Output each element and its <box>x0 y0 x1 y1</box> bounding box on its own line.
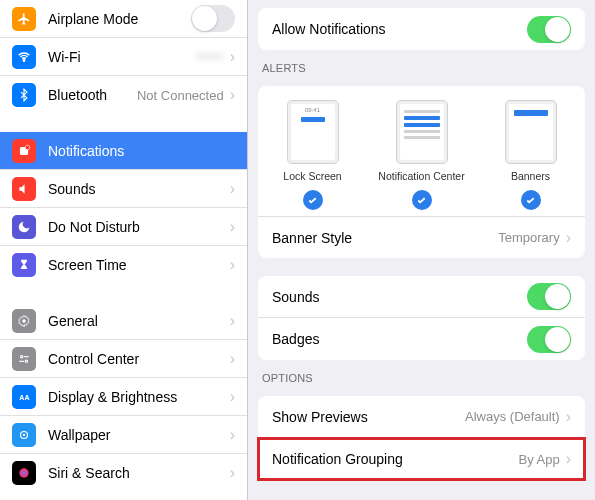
row-label: Allow Notifications <box>272 21 527 37</box>
alerts-header: Alerts <box>248 58 595 78</box>
row-label: Siri & Search <box>48 465 230 481</box>
alert-option-lockscreen[interactable]: 09:41 Lock Screen <box>259 100 367 210</box>
chevron-icon: › <box>230 312 235 330</box>
detail-pane: Allow Notifications Alerts 09:41 Lock Sc… <box>248 0 595 500</box>
row-label: Banner Style <box>272 230 498 246</box>
wallpaper-icon <box>12 423 36 447</box>
row-label: Do Not Disturb <box>48 219 230 235</box>
device-preview-icon <box>396 100 448 164</box>
sounds-switch[interactable] <box>527 283 571 310</box>
svg-point-0 <box>23 59 25 61</box>
alert-caption: Banners <box>511 170 550 182</box>
sounds-badges-section: Sounds Badges <box>258 276 585 360</box>
chevron-icon: › <box>230 388 235 406</box>
show-previews-row[interactable]: Show Previews Always (Default) › <box>258 396 585 438</box>
alerts-section: 09:41 Lock Screen Notification Center Ba… <box>258 86 585 258</box>
wifi-network-value: •••••• <box>196 49 223 64</box>
chevron-icon: › <box>230 48 235 66</box>
airplane-icon <box>12 7 36 31</box>
settings-sidebar: Airplane Mode Wi-Fi •••••• › Bluetooth N… <box>0 0 248 500</box>
sidebar-item-notifications[interactable]: Notifications <box>0 132 247 170</box>
checkmark-icon <box>412 190 432 210</box>
siri-icon <box>12 461 36 485</box>
sidebar-item-display[interactable]: AA Display & Brightness › <box>0 378 247 416</box>
sidebar-group-connectivity: Airplane Mode Wi-Fi •••••• › Bluetooth N… <box>0 0 247 114</box>
alert-option-notification-center[interactable]: Notification Center <box>368 100 476 210</box>
alert-caption: Lock Screen <box>283 170 341 182</box>
moon-icon <box>12 215 36 239</box>
sidebar-item-sounds[interactable]: Sounds › <box>0 170 247 208</box>
sidebar-item-siri[interactable]: Siri & Search › <box>0 454 247 492</box>
banner-style-row[interactable]: Banner Style Temporary › <box>258 216 585 258</box>
svg-point-2 <box>25 145 30 150</box>
previews-value: Always (Default) <box>465 409 560 424</box>
svg-text:AA: AA <box>19 393 29 400</box>
switches-icon <box>12 347 36 371</box>
row-label: Show Previews <box>272 409 465 425</box>
sidebar-item-dnd[interactable]: Do Not Disturb › <box>0 208 247 246</box>
row-label: General <box>48 313 230 329</box>
allow-section: Allow Notifications <box>258 8 585 50</box>
banner-style-value: Temporary <box>498 230 559 245</box>
chevron-icon: › <box>566 408 571 426</box>
svg-point-4 <box>21 355 23 357</box>
svg-point-3 <box>22 319 26 323</box>
row-label: Wallpaper <box>48 427 230 443</box>
row-label: Sounds <box>272 289 527 305</box>
chevron-icon: › <box>230 180 235 198</box>
chevron-icon: › <box>230 464 235 482</box>
alert-style-grid: 09:41 Lock Screen Notification Center Ba… <box>258 86 585 216</box>
row-label: Notification Grouping <box>272 451 518 467</box>
chevron-icon: › <box>566 450 571 468</box>
row-label: Sounds <box>48 181 230 197</box>
sidebar-item-wifi[interactable]: Wi-Fi •••••• › <box>0 38 247 76</box>
sidebar-item-bluetooth[interactable]: Bluetooth Not Connected › <box>0 76 247 114</box>
badges-switch[interactable] <box>527 326 571 353</box>
device-preview-icon: 09:41 <box>287 100 339 164</box>
alert-option-banners[interactable]: Banners <box>477 100 585 210</box>
sidebar-item-controlcenter[interactable]: Control Center › <box>0 340 247 378</box>
alert-caption: Notification Center <box>378 170 464 182</box>
display-icon: AA <box>12 385 36 409</box>
badges-row[interactable]: Badges <box>258 318 585 360</box>
row-label: Bluetooth <box>48 87 137 103</box>
bluetooth-value: Not Connected <box>137 88 224 103</box>
chevron-icon: › <box>230 86 235 104</box>
row-label: Display & Brightness <box>48 389 230 405</box>
airplane-switch[interactable] <box>191 5 235 32</box>
checkmark-icon <box>303 190 323 210</box>
gear-icon <box>12 309 36 333</box>
device-preview-icon <box>505 100 557 164</box>
notifications-icon <box>12 139 36 163</box>
checkmark-icon <box>521 190 541 210</box>
svg-point-10 <box>23 433 25 435</box>
sidebar-item-wallpaper[interactable]: Wallpaper › <box>0 416 247 454</box>
hourglass-icon <box>12 253 36 277</box>
chevron-icon: › <box>230 350 235 368</box>
row-label: Airplane Mode <box>48 11 191 27</box>
chevron-icon: › <box>230 218 235 236</box>
grouping-value: By App <box>518 452 559 467</box>
chevron-icon: › <box>230 426 235 444</box>
chevron-icon: › <box>566 229 571 247</box>
allow-switch[interactable] <box>527 16 571 43</box>
sidebar-item-screentime[interactable]: Screen Time › <box>0 246 247 284</box>
allow-notifications-row[interactable]: Allow Notifications <box>258 8 585 50</box>
svg-point-6 <box>25 360 27 362</box>
wifi-icon <box>12 45 36 69</box>
sidebar-item-general[interactable]: General › <box>0 302 247 340</box>
sidebar-item-airplane[interactable]: Airplane Mode <box>0 0 247 38</box>
sidebar-group-general: General › Control Center › AA Display & … <box>0 302 247 492</box>
row-label: Notifications <box>48 143 235 159</box>
bluetooth-icon <box>12 83 36 107</box>
sidebar-group-notifications: Notifications Sounds › Do Not Disturb › … <box>0 132 247 284</box>
row-label: Badges <box>272 331 527 347</box>
sounds-icon <box>12 177 36 201</box>
row-label: Screen Time <box>48 257 230 273</box>
notification-grouping-row[interactable]: Notification Grouping By App › <box>258 438 585 480</box>
svg-point-11 <box>19 468 28 477</box>
chevron-icon: › <box>230 256 235 274</box>
options-header: Options <box>248 368 595 388</box>
sounds-row[interactable]: Sounds <box>258 276 585 318</box>
options-section: Show Previews Always (Default) › Notific… <box>258 396 585 480</box>
